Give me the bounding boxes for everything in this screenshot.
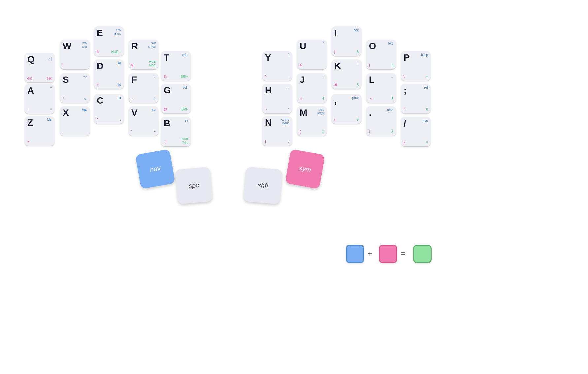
thumb-sym[interactable]: sym [285, 149, 325, 189]
key-V[interactable]: V ⏭ ' ~ [129, 106, 158, 136]
key-G[interactable]: G vol- @ BRI- [161, 84, 191, 113]
legend-blue [346, 245, 364, 263]
thumb-nav[interactable]: nav [135, 149, 176, 189]
key-M[interactable]: M SELWRD { 1 [297, 106, 327, 136]
key-B[interactable]: B ⏯ ../ RGBTGL [161, 117, 191, 146]
key-J[interactable]: J ↓ ⇧ 4 [297, 73, 327, 103]
key-slash[interactable]: / hyp } = [401, 117, 431, 146]
key-F[interactable]: F ⇧ - ⇧ [129, 73, 158, 103]
key-I[interactable]: I bck [ 8 [332, 26, 361, 56]
key-Q[interactable]: Q →| esc esc [25, 53, 54, 82]
keyboard-layout: Q →| esc esc W SWTAB ! E SWBTIC # HUE + … [0, 0, 588, 374]
key-U[interactable]: U 7 & [297, 40, 327, 69]
key-Z[interactable]: Z M● + [25, 116, 54, 146]
key-N[interactable]: N CAPSWRD | / [262, 116, 292, 146]
key-semicolon[interactable]: ; ret ^ 0 [401, 84, 431, 113]
key-C[interactable]: C ⏮ " . [94, 94, 124, 124]
thumb-shft[interactable]: shft [244, 167, 283, 204]
thumb-spc[interactable]: spc [175, 167, 213, 204]
key-P[interactable]: P bksp \ + [401, 51, 431, 81]
key-K[interactable]: K ↑ ⌘ 5 [332, 59, 361, 89]
key-Y[interactable]: Y \ ^ - [262, 51, 292, 81]
key-O[interactable]: O fwd ] 9 [366, 40, 396, 69]
key-D[interactable]: D ⌘ = ⌘ [94, 59, 124, 89]
key-H[interactable]: H ← ~ * [262, 84, 292, 113]
legend-pink [379, 245, 397, 263]
key-dot[interactable]: . next ) 3 [366, 106, 396, 136]
key-E[interactable]: E SWBTIC # HUE + [94, 26, 124, 56]
key-A[interactable]: A ^ - ^ [25, 84, 54, 114]
key-L[interactable]: L → ⌥ 6 [366, 73, 396, 103]
key-W[interactable]: W SWTAB ! [60, 40, 90, 69]
key-T[interactable]: T vol+ % BRI+ [161, 51, 191, 81]
key-S[interactable]: S ⌥ * ⌥ [60, 73, 90, 103]
key-X[interactable]: X M▶ . [60, 106, 90, 136]
key-R[interactable]: R SWCTAB $ RGBMDE [129, 40, 158, 69]
legend-eq: = [401, 249, 406, 258]
legend-green [413, 245, 432, 263]
key-comma[interactable]: , prev ( 2 [332, 94, 361, 124]
legend-plus: + [368, 249, 372, 258]
